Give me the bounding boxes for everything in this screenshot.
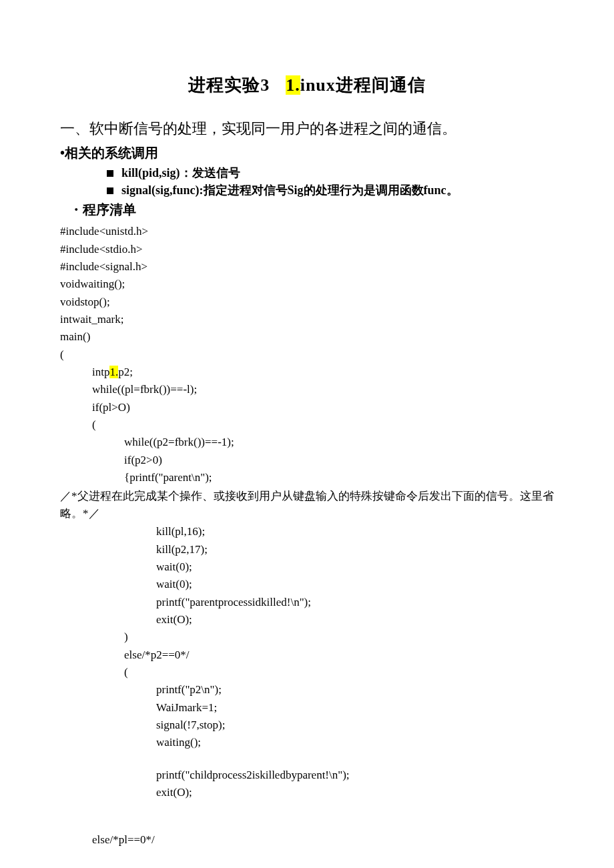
code-line: else/*p2==0*/ [124,646,554,664]
document-page: 进程实验31.inux进程间通信 一、软中断信号的处理，实现同一用户的各进程之间… [0,0,614,868]
code-line: kill(pl,16); [156,523,554,540]
code-line: #include<stdio.h> [60,241,554,258]
code-line: ( [60,346,554,364]
code-line: ( [124,664,554,681]
square-bullet-icon [107,187,113,194]
code-frag: intp [92,366,109,378]
sub-signal: signal(sig,func):指定进程对信号Sig的处理行为是调用函数fun… [107,182,554,198]
sub-kill: kill(pid,sig)：发送信号 [107,165,554,181]
code-line: if(pl>O) [92,399,554,416]
code-line: while((pl=fbrk())==-l); [92,381,554,398]
code-line: printf("parentprocessidkilled!\n"); [156,594,554,611]
code-frag: p2; [118,366,133,378]
code-line: intwait_mark; [60,311,554,328]
code-line: exit(O); [156,784,554,801]
code-line: #include<unistd.h> [60,223,554,240]
code-line: signal(!7,stop); [156,717,554,734]
code-line: exit(O); [156,611,554,628]
code-line: WaiJmark=1; [156,699,554,717]
doc-title: 进程实验31.inux进程间通信 [60,73,554,97]
code-line: main() [60,328,554,346]
code-line: while((p2=fbrk())==-1); [124,434,554,451]
blank [60,817,554,831]
title-highlight: 1. [286,75,300,95]
code-line: voidwaiting(); [60,276,554,293]
bullet-system-calls: •相关的系统调用 [60,144,554,162]
code-line: printf("childprocess2iskilledbyparent!\n… [156,767,554,784]
blank [60,752,554,767]
code-line: printf("p2\n"); [156,681,554,699]
code-line: voidstop(); [60,294,554,311]
title-lead: 进程实验3 [188,75,270,95]
code-line: kill(p2,17); [156,541,554,558]
code-line: {printf("parent\n"); [124,469,554,486]
code-line: else/*pl==0*/ [92,831,554,849]
code-line: if(p2>0) [124,452,554,469]
code-line: intp1.p2; [92,364,554,381]
bullet-program-listing: ・程序清单 [69,201,554,219]
sub-signal-text: signal(sig,func):指定进程对信号Sig的处理行为是调用函数fun… [121,183,458,197]
section-1-heading: 一、软中断信号的处理，实现同一用户的各进程之间的通信。 [60,117,554,140]
code-line: wait(0); [156,558,554,576]
code-hl: 1. [109,366,118,378]
blank [60,802,554,817]
square-bullet-icon [107,170,113,177]
code-line: #include<signal.h> [60,258,554,276]
code-comment: ／*父进程在此完成某个操作、或接收到用户从键盘输入的特殊按键命令后发出下面的信号… [60,488,554,522]
code-line: ( [92,416,554,434]
code-line: ) [124,628,554,646]
code-line: waiting(); [156,734,554,751]
title-rest: inux进程间通信 [300,75,426,95]
sub-kill-text: kill(pid,sig)：发送信号 [121,166,240,179]
code-line: wait(0); [156,576,554,593]
